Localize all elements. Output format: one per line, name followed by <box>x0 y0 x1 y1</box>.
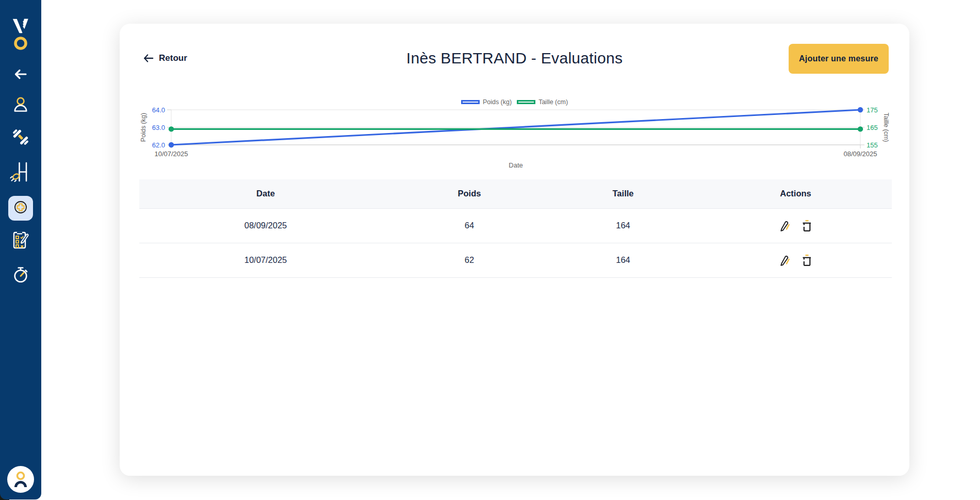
svg-text:Date: Date <box>509 161 522 169</box>
person-icon <box>11 95 30 116</box>
delete-measure-button[interactable] <box>800 219 813 232</box>
sidebar-item-athletes[interactable] <box>8 93 33 118</box>
sidebar-item-forms[interactable] <box>8 229 33 254</box>
chart-legend: Poids (kg)Taille (cm) <box>120 98 909 106</box>
svg-text:155: 155 <box>867 141 878 149</box>
edit-measure-button[interactable] <box>778 219 792 232</box>
app-logo[interactable] <box>8 13 33 53</box>
chart-canvas: 62.063.064.015516517510/07/202508/09/202… <box>120 95 909 174</box>
cell-date: 08/09/2025 <box>139 208 392 243</box>
sidebar <box>0 0 41 499</box>
evaluations-card: Retour Inès BERTRAND - Evaluations Ajout… <box>120 24 909 476</box>
col-header-actions: Actions <box>699 179 892 208</box>
card-header: Retour Inès BERTRAND - Evaluations Ajout… <box>120 24 909 96</box>
cell-date: 10/07/2025 <box>139 243 392 277</box>
svg-text:165: 165 <box>867 124 878 131</box>
sidebar-item-rugby[interactable] <box>8 159 33 184</box>
health-cross-icon <box>12 199 29 218</box>
table-row: 10/07/2025 62 164 <box>139 243 892 277</box>
col-header-date: Date <box>139 179 392 208</box>
svg-text:10/07/2025: 10/07/2025 <box>154 150 188 158</box>
legend-swatch <box>517 100 535 104</box>
sidebar-item-timer[interactable] <box>8 262 33 287</box>
table-header-row: Date Poids Taille Actions <box>139 179 892 208</box>
svg-text:64.0: 64.0 <box>152 106 165 114</box>
cell-poids: 62 <box>392 243 547 277</box>
svg-text:62.0: 62.0 <box>152 141 165 149</box>
cell-poids: 64 <box>392 208 547 243</box>
cell-taille: 164 <box>547 243 699 277</box>
legend-item[interactable]: Poids (kg) <box>461 98 512 106</box>
sidebar-item-trainings[interactable] <box>8 126 33 151</box>
legend-label: Taille (cm) <box>538 98 568 106</box>
cell-taille: 164 <box>547 208 699 243</box>
delete-measure-button[interactable] <box>800 254 813 267</box>
col-header-poids: Poids <box>392 179 547 208</box>
svg-text:Poids (kg): Poids (kg) <box>140 113 147 142</box>
legend-item[interactable]: Taille (cm) <box>517 98 568 106</box>
sidebar-item-back[interactable] <box>8 63 33 88</box>
svg-text:Taille (cm): Taille (cm) <box>883 113 890 142</box>
dumbbell-icon <box>10 127 31 149</box>
evolution-chart: 62.063.064.015516517510/07/202508/09/202… <box>120 95 909 174</box>
back-arrow-icon <box>13 66 28 84</box>
svg-text:175: 175 <box>867 106 878 114</box>
sidebar-item-evaluations[interactable] <box>8 196 33 221</box>
col-header-taille: Taille <box>547 179 699 208</box>
measures-table: Date Poids Taille Actions 08/09/2025 64 … <box>139 179 892 278</box>
legend-label: Poids (kg) <box>483 98 512 106</box>
svg-text:63.0: 63.0 <box>152 124 165 131</box>
user-avatar[interactable] <box>7 466 34 493</box>
table-row: 08/09/2025 64 164 <box>139 208 892 243</box>
rugby-icon <box>9 159 32 184</box>
edit-measure-button[interactable] <box>778 254 792 267</box>
legend-swatch <box>461 100 480 104</box>
add-measure-button[interactable]: Ajouter une mesure <box>789 44 889 74</box>
stopwatch-icon <box>10 263 31 286</box>
svg-text:08/09/2025: 08/09/2025 <box>843 150 877 158</box>
clipboard-checklist-icon <box>10 230 31 253</box>
